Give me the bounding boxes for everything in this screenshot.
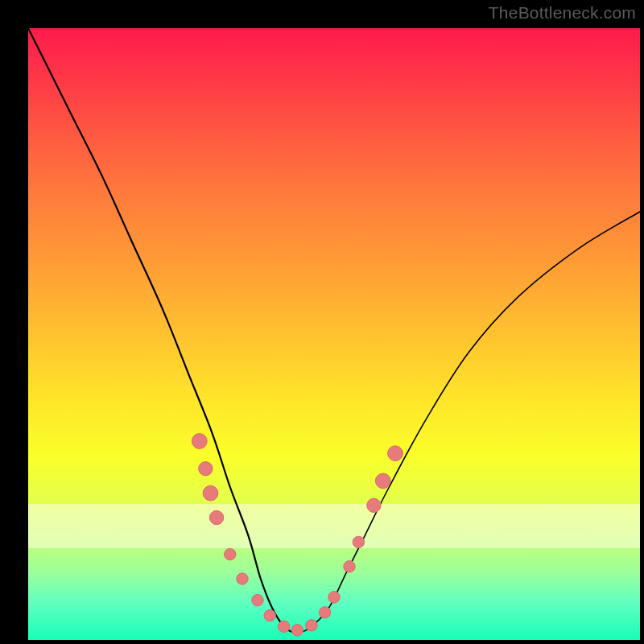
marker-dot: [237, 573, 248, 584]
marker-dot: [306, 620, 317, 631]
marker-dot: [319, 607, 330, 618]
marker-dot: [344, 561, 355, 572]
watermark-text: TheBottleneck.com: [489, 3, 636, 23]
marker-dot: [388, 446, 403, 461]
marker-dot: [291, 625, 303, 636]
marker-dot: [353, 536, 364, 547]
marker-dot: [209, 510, 223, 524]
curve-left-branch: [28, 28, 297, 634]
marker-dot: [199, 462, 213, 476]
marker-dot: [225, 548, 236, 559]
marker-group: [192, 434, 402, 636]
marker-dot: [279, 621, 290, 632]
marker-dot: [264, 609, 275, 621]
marker-dot: [375, 473, 390, 489]
chart-frame: TheBottleneck.com: [0, 0, 644, 644]
plot-area: [28, 28, 640, 640]
marker-dot: [252, 594, 263, 605]
marker-dot: [203, 485, 218, 501]
marker-dot: [192, 434, 207, 449]
curve-layer: [28, 28, 640, 640]
marker-dot: [328, 592, 340, 603]
marker-dot: [367, 498, 381, 512]
